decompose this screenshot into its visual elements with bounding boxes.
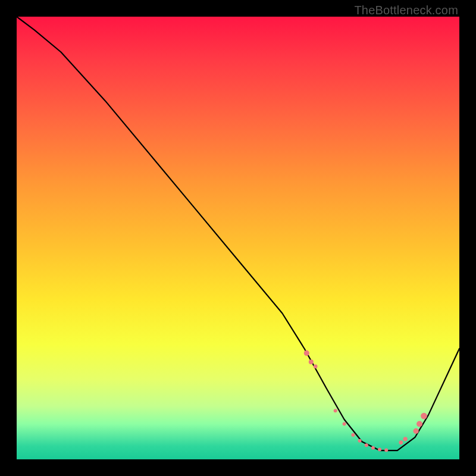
highlight-dot bbox=[365, 443, 368, 447]
highlight-dot bbox=[304, 350, 309, 356]
highlight-dot bbox=[421, 413, 427, 419]
highlight-dots bbox=[304, 350, 427, 452]
chart-frame: TheBottleneck.com bbox=[0, 0, 476, 476]
highlight-dot bbox=[414, 428, 419, 434]
highlight-dot bbox=[378, 448, 381, 452]
highlight-dot bbox=[384, 448, 388, 452]
highlight-dot bbox=[358, 439, 362, 443]
highlight-dot bbox=[371, 446, 375, 450]
watermark-text: TheBottleneck.com bbox=[354, 4, 458, 17]
highlight-dot bbox=[403, 437, 408, 441]
highlight-dot bbox=[314, 364, 318, 368]
highlight-dot bbox=[416, 421, 422, 427]
highlight-dot bbox=[351, 433, 355, 437]
curve-layer bbox=[17, 17, 459, 459]
highlight-dot bbox=[399, 440, 403, 444]
bottleneck-curve bbox=[17, 17, 459, 450]
highlight-dot bbox=[309, 359, 314, 364]
highlight-dot bbox=[343, 422, 346, 426]
highlight-dot bbox=[334, 409, 337, 412]
plot-area bbox=[17, 17, 459, 459]
